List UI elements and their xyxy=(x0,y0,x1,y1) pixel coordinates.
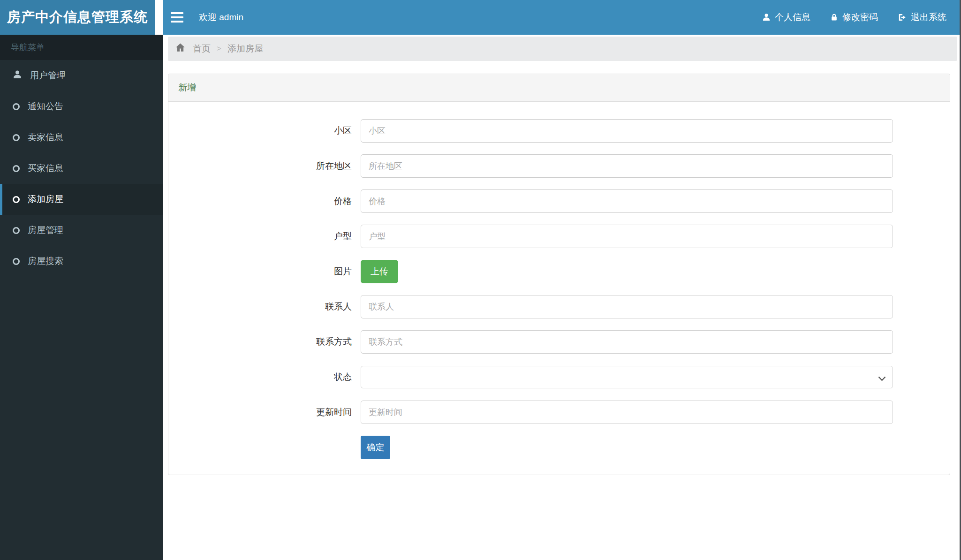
form-row-status: 状态 xyxy=(168,365,950,389)
header-menu: 个人信息 修改密码 退出系统 xyxy=(752,0,961,35)
form-row-community: 小区 xyxy=(168,119,950,143)
top-header: 房产中介信息管理系统 欢迎 admin 个人信息 修改密码 xyxy=(0,0,961,35)
sign-out-icon xyxy=(898,13,907,22)
breadcrumb-home-label: 首页 xyxy=(193,43,211,55)
hamburger-icon xyxy=(171,12,183,14)
circle-icon xyxy=(13,258,20,265)
breadcrumb-home-link[interactable]: 首页 xyxy=(175,43,211,55)
home-icon xyxy=(175,43,185,55)
app-logo[interactable]: 房产中介信息管理系统 xyxy=(0,0,155,35)
form-row-contact-person: 联系人 xyxy=(168,295,950,318)
sidebar-item-notices[interactable]: 通知公告 xyxy=(0,91,163,122)
sidebar-item-label: 买家信息 xyxy=(28,162,63,174)
sidebar-toggle-button[interactable] xyxy=(163,0,190,35)
sidebar-item-house-search[interactable]: 房屋搜索 xyxy=(0,246,163,277)
sidebar-item-label: 通知公告 xyxy=(28,100,63,113)
region-input[interactable] xyxy=(361,154,893,178)
form-row-update-time: 更新时间 xyxy=(168,401,950,424)
change-password-label: 修改密码 xyxy=(842,11,878,23)
field-label: 所在地区 xyxy=(168,154,352,178)
sidebar-menu: 用户管理 通知公告 卖家信息 买家信息 添加房屋 房屋管理 房屋搜索 xyxy=(0,60,163,277)
form-row-price: 价格 xyxy=(168,189,950,213)
sidebar-item-add-house[interactable]: 添加房屋 xyxy=(0,184,163,215)
sidebar-item-label: 用户管理 xyxy=(30,69,66,82)
add-house-form: 小区 所在地区 价格 户型 图片 上传 联 xyxy=(168,102,950,475)
profile-label: 个人信息 xyxy=(775,11,810,23)
upload-button[interactable]: 上传 xyxy=(361,260,398,283)
sidebar-item-label: 添加房屋 xyxy=(28,193,63,205)
status-select[interactable] xyxy=(361,366,893,388)
breadcrumb-current: 添加房屋 xyxy=(227,43,263,55)
breadcrumb: 首页 > 添加房屋 xyxy=(168,37,957,61)
contact-person-input[interactable] xyxy=(361,295,893,318)
form-row-image: 图片 上传 xyxy=(168,260,950,283)
form-row-house-type: 户型 xyxy=(168,225,950,248)
form-row-region: 所在地区 xyxy=(168,154,950,178)
logout-menu-item[interactable]: 退出系统 xyxy=(888,0,956,35)
sidebar-item-label: 房屋搜索 xyxy=(28,255,63,267)
circle-icon xyxy=(13,165,20,172)
user-icon xyxy=(13,70,22,82)
field-label: 联系方式 xyxy=(168,330,352,354)
main-content: 首页 > 添加房屋 新增 小区 所在地区 价格 户型 xyxy=(163,35,961,560)
sidebar-item-user-management[interactable]: 用户管理 xyxy=(0,60,163,91)
price-input[interactable] xyxy=(361,189,893,213)
field-label: 户型 xyxy=(168,225,352,248)
circle-icon xyxy=(13,196,20,203)
sidebar: 导航菜单 用户管理 通知公告 卖家信息 买家信息 添加房屋 房屋管理 xyxy=(0,35,163,560)
sidebar-item-seller-info[interactable]: 卖家信息 xyxy=(0,122,163,153)
change-password-menu-item[interactable]: 修改密码 xyxy=(820,0,888,35)
field-label: 联系人 xyxy=(168,295,352,318)
circle-icon xyxy=(13,103,20,110)
form-row-submit: 确定 xyxy=(168,436,950,459)
form-row-contact-method: 联系方式 xyxy=(168,330,950,354)
field-label: 小区 xyxy=(168,119,352,143)
contact-method-input[interactable] xyxy=(361,330,893,354)
user-icon xyxy=(762,13,771,22)
update-time-input[interactable] xyxy=(361,401,893,424)
field-label: 更新时间 xyxy=(168,401,352,424)
house-type-input[interactable] xyxy=(361,225,893,248)
circle-icon xyxy=(13,227,20,234)
field-label: 价格 xyxy=(168,189,352,213)
confirm-button[interactable]: 确定 xyxy=(361,436,390,459)
profile-menu-item[interactable]: 个人信息 xyxy=(752,0,820,35)
sidebar-item-buyer-info[interactable]: 买家信息 xyxy=(0,153,163,184)
panel-title: 新增 xyxy=(168,74,950,102)
sidebar-section-title: 导航菜单 xyxy=(0,35,163,60)
field-label: 图片 xyxy=(168,260,352,283)
top-navbar: 欢迎 admin 个人信息 修改密码 退出系统 xyxy=(163,0,961,35)
lock-icon xyxy=(830,13,838,22)
logout-label: 退出系统 xyxy=(911,11,946,23)
community-input[interactable] xyxy=(361,119,893,143)
circle-icon xyxy=(13,134,20,141)
add-house-panel: 新增 小区 所在地区 价格 户型 图片 上传 xyxy=(168,74,950,475)
welcome-text: 欢迎 admin xyxy=(199,11,243,23)
breadcrumb-separator: > xyxy=(217,44,221,53)
sidebar-item-label: 房屋管理 xyxy=(28,224,63,236)
field-label: 状态 xyxy=(168,365,352,389)
sidebar-item-label: 卖家信息 xyxy=(28,131,63,144)
sidebar-item-house-management[interactable]: 房屋管理 xyxy=(0,215,163,246)
